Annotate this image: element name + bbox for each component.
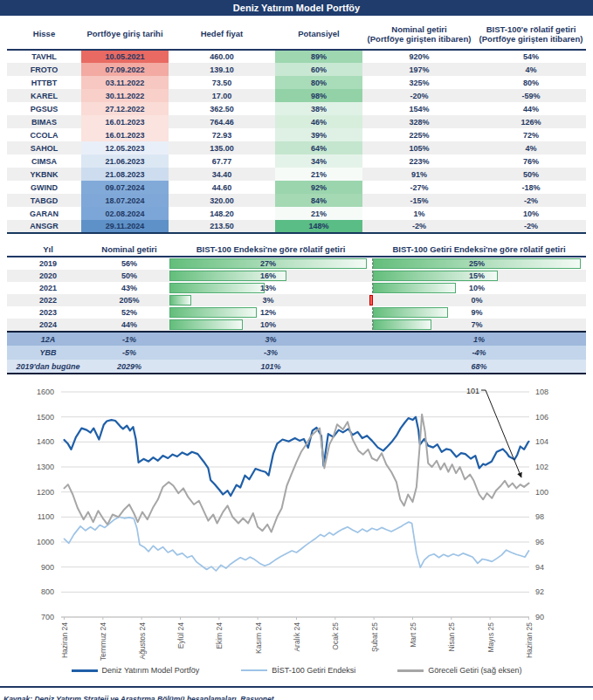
bar-value-label: 10% [169,319,367,330]
entry-date-cell: 12.05.2023 [81,141,169,154]
right-axis-tick-label: 102 [535,463,548,471]
col-header-rel-bist100: BIST-100 Endeksi'ne göre rölatif getiri [169,242,372,257]
right-axis-tick-label: 98 [535,512,544,521]
ticker-cell: GWIND [7,181,81,194]
entry-date-cell: 07.09.2022 [81,63,169,76]
ticker-cell: KAREL [7,89,81,102]
target-price-cell: 764.46 [169,115,275,128]
legend-line-swatch [241,669,267,672]
report-page: Deniz Yatırım Model Portföy Hisse Portfö… [0,0,593,700]
left-axis-tick-label: 1000 [37,538,54,546]
period-cell: 2019'dan bugüne [7,360,89,374]
col-header-giris-tarihi: Portföye giriş tarihi [81,18,169,50]
relative-return-bar-cell: 10% [169,319,372,332]
relative-return-cell: 68% [372,360,586,374]
x-axis-month-label: Aralık 24 [293,622,301,652]
nominal-return-cell: 2029% [89,360,169,374]
nominal-return-cell: 91% [362,168,476,181]
table-row: KAREL30.11.202217.0098%-20%-59% [7,89,586,102]
bar-value-label: 7% [373,319,581,330]
relative-return-bar-cell: 7% [372,319,586,332]
right-axis-tick-label: 92 [535,587,544,596]
x-axis-month-label: Ocak 25 [331,622,340,650]
data-bar-with-axis: 15% [372,271,581,281]
table-row: SAHOL12.05.2023135.0064%105%4% [7,141,586,154]
left-axis-tick-label: 1200 [37,488,54,497]
right-axis-tick-label: 94 [535,563,544,572]
bar-value-label: 12% [169,307,367,318]
relative-return-bar-cell: 3% [169,294,372,306]
x-axis-month-label: Eylül 24 [176,622,185,649]
potential-cell: 21% [275,168,362,181]
table-row: YKBNK21.08.202334.4021%91%50% [7,168,586,181]
year-cell: 2024 [7,319,89,332]
data-bar: 16% [169,271,367,281]
potential-cell: 21% [275,207,362,220]
nominal-return-cell: 105% [362,141,476,154]
bar-value-label: 16% [169,271,367,281]
target-price-cell: 135.00 [169,141,275,154]
target-price-cell: 73.50 [169,76,275,89]
bar-value-label: 9% [373,307,581,318]
target-price-cell: 320.00 [169,194,275,207]
target-price-cell: 34.40 [169,168,275,181]
summary-row: 12A-1%3%1% [7,332,586,346]
relative-return-cell: 10% [476,207,586,220]
target-price-cell: 72.93 [169,128,275,141]
target-price-cell: 44.60 [169,181,275,194]
table-row: TAVHL10.05.2021460.0089%920%54% [7,50,586,63]
relative-return-cell: 72% [476,128,586,141]
entry-date-cell: 21.06.2023 [81,154,169,168]
nominal-return-cell: 56% [89,257,169,270]
source-footer: Kaynak: Deniz Yatırım Strateji ve Araştı… [0,686,593,700]
nominal-return-cell: -5% [89,346,169,360]
data-bar: 12% [169,307,367,318]
potential-cell: 38% [275,102,362,115]
table-row: TABGD18.07.2024320.0084%-15%-2% [7,194,586,207]
nominal-return-cell: 325% [362,76,476,89]
entry-date-cell: 09.07.2024 [81,181,169,194]
x-axis-month-label: Ekim 24 [215,622,224,649]
chart-legend: Deniz Yatırım Model PortföyBİST-100 Geti… [0,666,593,675]
legend-line-swatch [72,669,98,672]
entry-date-cell: 27.12.2022 [81,102,169,115]
x-axis-month-label: Haziran 25 [525,622,534,658]
entry-date-cell: 02.08.2024 [81,207,169,220]
potential-cell: 89% [275,50,362,63]
relative-return-cell: 101% [169,360,372,374]
potential-cell: 148% [275,220,362,233]
entry-date-cell: 03.11.2022 [81,76,169,89]
x-axis-month-label: Haziran 24 [60,622,69,658]
ticker-cell: CCOLA [7,128,81,141]
report-title: Deniz Yatırım Model Portföy [0,0,593,16]
nominal-return-cell: 50% [89,270,169,282]
data-bar: 27% [169,258,367,269]
col-header-hisse: Hisse [7,18,81,50]
col-header-yil: Yıl [7,242,89,257]
ticker-cell: BIMAS [7,115,81,128]
relative-return-bar-cell: 12% [169,306,372,319]
entry-date-cell: 16.01.2023 [81,115,169,128]
potential-cell: 46% [275,115,362,128]
relative-return-cell: 80% [476,76,586,89]
legend-label: BİST-100 Getiri Endeksi [272,666,355,675]
relative-return-cell: -4% [372,346,586,360]
data-bar-with-axis: 9% [372,307,581,318]
table-row: PGSUS27.12.2022362.5038%154%44% [7,102,586,115]
relative-return-cell: -18% [476,181,586,194]
annotation-101-label: 101 [466,387,479,395]
year-cell: 2022 [7,294,89,306]
x-axis-month-label: Ağustos 24 [138,622,147,660]
period-cell: YBB [7,346,89,360]
summary-row: YBB-5%-3%-4% [7,346,586,360]
ticker-cell: TABGD [7,194,81,207]
potential-cell: 92% [275,181,362,194]
ticker-cell: CIMSA [7,154,81,168]
potential-cell: 84% [275,194,362,207]
ticker-cell: PGSUS [7,102,81,115]
x-axis-month-label: Temmuz 24 [99,622,107,661]
col-header-rolatif-getiri: BIST-100'e rölatif getiri (Portföye giri… [476,18,586,50]
legend-label: Deniz Yatırım Model Portföy [102,666,200,675]
table-row: BIMAS16.01.2023764.4646%328%126% [7,115,586,128]
col-header-hedef-fiyat: Hedef fiyat [169,18,275,50]
